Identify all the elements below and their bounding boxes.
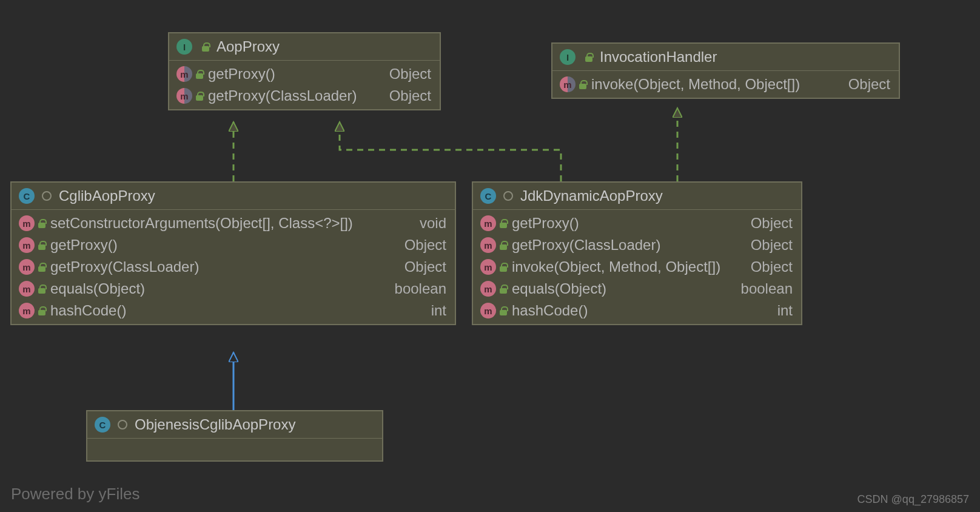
class-icon	[480, 188, 496, 204]
method-icon	[19, 237, 35, 253]
class-title: InvocationHandler	[552, 44, 899, 71]
member-row: getProxy() Object	[473, 212, 801, 234]
member-list: invoke(Object, Method, Object[]) Object	[552, 71, 899, 98]
method-icon	[19, 303, 35, 318]
class-name: AopProxy	[216, 38, 280, 55]
class-name: ObjenesisCglibAopProxy	[135, 416, 295, 433]
method-icon	[480, 303, 496, 318]
member-row: equals(Object) boolean	[12, 278, 455, 300]
member-return: Object	[389, 66, 431, 83]
lock-icon	[498, 284, 508, 294]
lock-icon	[37, 306, 47, 315]
member-row: invoke(Object, Method, Object[]) Object	[473, 256, 801, 278]
member-row: getProxy() Object	[12, 234, 455, 256]
member-return: Object	[848, 76, 890, 93]
member-row: getProxy(ClassLoader) Object	[169, 85, 440, 107]
method-icon	[19, 281, 35, 297]
member-signature: getProxy()	[50, 237, 394, 254]
lock-icon	[498, 240, 508, 250]
lock-icon	[37, 218, 47, 228]
member-signature: invoke(Object, Method, Object[])	[512, 258, 740, 275]
member-signature: getProxy(ClassLoader)	[50, 258, 394, 275]
method-icon	[19, 215, 35, 231]
lock-icon	[195, 69, 204, 79]
open-dot-icon	[503, 191, 513, 201]
class-name: JdkDynamicAopProxy	[520, 187, 663, 204]
class-name: CglibAopProxy	[59, 187, 155, 204]
class-title: JdkDynamicAopProxy	[473, 183, 801, 210]
class-title: ObjenesisCglibAopProxy	[87, 411, 382, 438]
lock-icon	[584, 52, 594, 62]
member-return: int	[431, 302, 446, 319]
watermark-csdn: CSDN @qq_27986857	[858, 493, 969, 506]
interface-icon	[560, 49, 576, 65]
empty-member-list	[87, 438, 382, 460]
class-icon	[19, 188, 35, 204]
lock-icon	[195, 91, 204, 101]
watermark-yfiles: Powered by yFiles	[11, 485, 139, 504]
member-signature: getProxy(ClassLoader)	[512, 237, 740, 254]
lock-icon	[498, 218, 508, 228]
lock-icon	[37, 240, 47, 250]
member-return: Object	[404, 237, 446, 254]
interface-icon	[176, 39, 192, 55]
member-signature: getProxy()	[512, 215, 740, 232]
member-signature: setConstructorArguments(Object[], Class<…	[50, 215, 409, 232]
member-row: getProxy(ClassLoader) Object	[473, 234, 801, 256]
member-signature: getProxy(ClassLoader)	[208, 87, 378, 104]
member-return: Object	[389, 87, 431, 104]
member-row: equals(Object) boolean	[473, 278, 801, 300]
member-list: setConstructorArguments(Object[], Class<…	[12, 210, 455, 324]
method-icon	[480, 237, 496, 253]
member-signature: getProxy()	[208, 66, 378, 83]
open-dot-icon	[118, 420, 127, 429]
member-row: hashCode() int	[473, 300, 801, 322]
lock-icon	[37, 262, 47, 272]
method-icon	[560, 76, 576, 92]
lock-icon	[498, 306, 508, 315]
member-row: invoke(Object, Method, Object[]) Object	[552, 73, 899, 95]
class-box-objenesis[interactable]: ObjenesisCglibAopProxy	[86, 410, 383, 462]
lock-icon	[498, 262, 508, 272]
class-box-cglib[interactable]: CglibAopProxy setConstructorArguments(Ob…	[10, 181, 456, 325]
member-return: boolean	[395, 280, 446, 297]
member-signature: invoke(Object, Method, Object[])	[591, 76, 837, 93]
member-return: Object	[404, 258, 446, 275]
method-icon	[19, 259, 35, 275]
member-signature: hashCode()	[512, 302, 767, 319]
member-row: setConstructorArguments(Object[], Class<…	[12, 212, 455, 234]
edge-jdk-to-aopproxy	[340, 122, 561, 181]
member-signature: hashCode()	[50, 302, 420, 319]
method-icon	[176, 66, 192, 82]
lock-icon	[37, 284, 47, 294]
class-box-invocationhandler[interactable]: InvocationHandler invoke(Object, Method,…	[551, 42, 900, 99]
member-list: getProxy() Object getProxy(ClassLoader) …	[169, 61, 440, 109]
lock-icon	[578, 79, 588, 89]
member-return: int	[777, 302, 793, 319]
method-icon	[480, 281, 496, 297]
method-icon	[176, 88, 192, 104]
open-dot-icon	[42, 191, 52, 201]
class-title: AopProxy	[169, 33, 440, 61]
member-row: getProxy() Object	[169, 63, 440, 85]
method-icon	[480, 259, 496, 275]
member-return: void	[420, 215, 446, 232]
member-signature: equals(Object)	[512, 280, 730, 297]
class-name: InvocationHandler	[600, 49, 717, 66]
class-box-jdk[interactable]: JdkDynamicAopProxy getProxy() Object get…	[472, 181, 802, 325]
member-return: Object	[751, 215, 793, 232]
class-icon	[95, 417, 110, 433]
class-title: CglibAopProxy	[12, 183, 455, 210]
member-return: boolean	[741, 280, 793, 297]
member-signature: equals(Object)	[50, 280, 384, 297]
class-box-aopproxy[interactable]: AopProxy getProxy() Object getProxy(Clas…	[168, 32, 441, 110]
lock-icon	[201, 42, 210, 52]
member-return: Object	[751, 258, 793, 275]
method-icon	[480, 215, 496, 231]
member-row: hashCode() int	[12, 300, 455, 322]
member-list: getProxy() Object getProxy(ClassLoader) …	[473, 210, 801, 324]
member-return: Object	[751, 237, 793, 254]
member-row: getProxy(ClassLoader) Object	[12, 256, 455, 278]
